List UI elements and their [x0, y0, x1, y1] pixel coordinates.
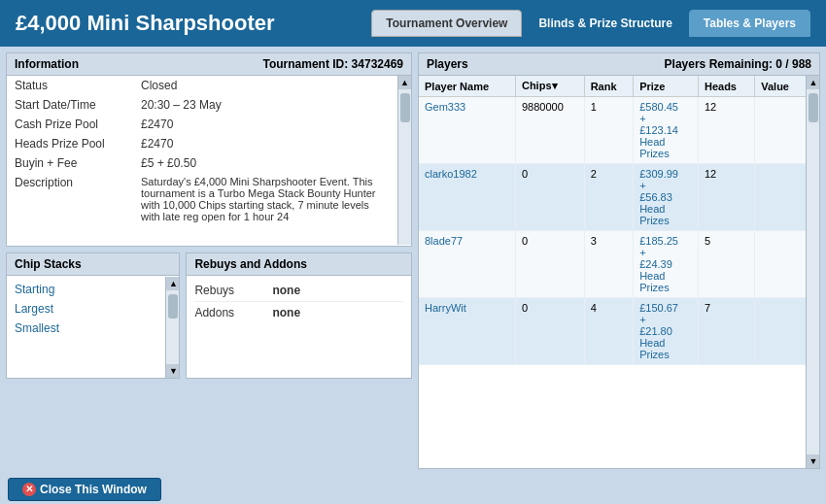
rebuys-header: Rebuys and Addons	[187, 253, 411, 276]
players-table: Player Name Chips▾ Rank Prize Heads Valu…	[419, 76, 806, 365]
info-row-heads-prize: Heads Prize Pool £2470	[7, 134, 397, 153]
player-chips-4: 0	[515, 298, 584, 365]
rebuy-label-addons: Addons	[194, 306, 272, 319]
chip-stacks-header: Chip Stacks	[7, 253, 179, 276]
players-remaining: Players Remaining: 0 / 988	[665, 57, 811, 71]
tab-tournament-overview[interactable]: Tournament Overview	[371, 10, 522, 37]
info-row-cash-prize: Cash Prize Pool £2470	[7, 115, 397, 134]
rebuy-label-rebuys: Rebuys	[194, 284, 272, 297]
player-value-3	[755, 231, 806, 298]
player-row-1: Gem333 9880000 1 £580.45+£123.14HeadPriz…	[419, 97, 806, 164]
info-value-status: Closed	[133, 76, 397, 95]
chip-item-starting: Starting	[15, 280, 171, 299]
player-prize-3: £185.25+£24.39HeadPrizes	[634, 231, 699, 298]
tournament-id: Tournament ID: 34732469	[263, 57, 404, 71]
player-prize-1: £580.45+£123.14HeadPrizes	[634, 97, 699, 164]
player-rank-1: 1	[584, 97, 634, 164]
close-label: Close This Window	[40, 483, 147, 496]
info-header-left: Information	[15, 57, 79, 71]
player-chips-1: 9880000	[515, 97, 584, 164]
info-box-header: Information Tournament ID: 34732469	[7, 53, 411, 76]
info-label-status: Status	[7, 76, 133, 95]
rebuy-row-addons: Addons none	[194, 302, 403, 323]
rebuys-content: Rebuys none Addons none	[187, 276, 411, 327]
rebuy-value-addons: none	[272, 306, 300, 319]
col-prize: Prize	[634, 76, 699, 97]
player-chips-3: 0	[515, 231, 584, 298]
players-scrollbar-thumb	[809, 93, 818, 122]
col-player-name: Player Name	[419, 76, 515, 97]
col-heads: Heads	[698, 76, 754, 97]
close-icon: ✕	[22, 483, 36, 496]
tab-tables-players[interactable]: Tables & Players	[689, 10, 810, 37]
bottom-row: Chip Stacks Starting Largest Smallest ▲ …	[6, 252, 412, 379]
chip-stacks-box: Chip Stacks Starting Largest Smallest ▲ …	[6, 252, 180, 379]
close-window-button[interactable]: ✕ Close This Window	[8, 478, 161, 501]
rebuy-value-rebuys: none	[272, 284, 300, 297]
col-value: Value	[755, 76, 806, 97]
info-label-buyin: Buyin + Fee	[7, 153, 133, 173]
info-value-desc: Saturday's £4,000 Mini Sharpshooter Even…	[133, 173, 397, 225]
info-row-buyin: Buyin + Fee £5 + £0.50	[7, 153, 397, 173]
player-row-2: clarko1982 0 2 £309.99+£56.83HeadPrizes …	[419, 164, 806, 231]
info-box: Information Tournament ID: 34732469 Stat…	[6, 52, 412, 247]
player-row-3: 8lade77 0 3 £185.25+£24.39HeadPrizes 5	[419, 231, 806, 298]
info-value-cash-prize: £2470	[133, 115, 397, 134]
info-label-cash-prize: Cash Prize Pool	[7, 115, 133, 134]
info-table: Status Closed Start Date/Time 20:30 – 23…	[7, 76, 397, 225]
right-panel: Players Players Remaining: 0 / 988 Playe…	[418, 47, 826, 475]
player-prize-4: £150.67+£21.80HeadPrizes	[634, 298, 699, 365]
scrollbar-thumb	[400, 93, 410, 122]
chip-stacks-content: Starting Largest Smallest	[7, 276, 179, 342]
chip-scrollbar-thumb	[168, 294, 178, 319]
player-name-2: clarko1982	[419, 164, 515, 231]
main-content: Information Tournament ID: 34732469 Stat…	[0, 47, 826, 475]
player-row-4: HarryWit 0 4 £150.67+£21.80HeadPrizes 7	[419, 298, 806, 365]
header-bar: £4,000 Mini Sharpshooter Tournament Over…	[0, 0, 826, 47]
chip-item-smallest: Smallest	[15, 319, 171, 338]
player-rank-2: 2	[584, 164, 634, 231]
info-row-desc: Description Saturday's £4,000 Mini Sharp…	[7, 173, 397, 225]
tab-bar: Tournament Overview Blinds & Prize Struc…	[371, 10, 810, 37]
players-header: Players Players Remaining: 0 / 988	[419, 53, 819, 76]
info-scrollbar[interactable]: ▲	[397, 76, 411, 245]
player-name-4: HarryWit	[419, 298, 515, 365]
player-rank-3: 3	[584, 231, 634, 298]
player-heads-2: 12	[698, 164, 754, 231]
players-scrollbar[interactable]: ▲ ▼	[806, 76, 819, 468]
chip-item-largest: Largest	[15, 299, 171, 319]
player-value-1	[755, 97, 806, 164]
player-chips-2: 0	[515, 164, 584, 231]
player-heads-3: 5	[698, 231, 754, 298]
info-value-heads-prize: £2470	[133, 134, 397, 153]
col-rank: Rank	[584, 76, 634, 97]
info-value-start: 20:30 – 23 May	[133, 95, 397, 115]
rebuy-row-rebuys: Rebuys none	[194, 280, 403, 302]
player-name-3: 8lade77	[419, 231, 515, 298]
page-title: £4,000 Mini Sharpshooter	[16, 11, 275, 36]
tab-blinds-prize[interactable]: Blinds & Prize Structure	[524, 10, 686, 37]
info-label-desc: Description	[7, 173, 133, 225]
chip-scrollbar[interactable]: ▲ ▼	[165, 277, 179, 378]
info-row-status: Status Closed	[7, 76, 397, 95]
players-header-left: Players	[427, 57, 468, 71]
player-prize-2: £309.99+£56.83HeadPrizes	[634, 164, 699, 231]
players-table-inner: Player Name Chips▾ Rank Prize Heads Valu…	[419, 76, 806, 468]
players-box: Players Players Remaining: 0 / 988 Playe…	[418, 52, 820, 469]
player-value-2	[755, 164, 806, 231]
rebuys-box: Rebuys and Addons Rebuys none Addons non…	[186, 252, 412, 379]
players-table-wrap: Player Name Chips▾ Rank Prize Heads Valu…	[419, 76, 819, 468]
player-heads-1: 12	[698, 97, 754, 164]
player-heads-4: 7	[698, 298, 754, 365]
info-label-heads-prize: Heads Prize Pool	[7, 134, 133, 153]
left-panel: Information Tournament ID: 34732469 Stat…	[0, 47, 418, 475]
players-table-header-row: Player Name Chips▾ Rank Prize Heads Valu…	[419, 76, 806, 97]
info-label-start: Start Date/Time	[7, 95, 133, 115]
player-rank-4: 4	[584, 298, 634, 365]
player-name-1: Gem333	[419, 97, 515, 164]
col-chips: Chips▾	[515, 76, 584, 97]
footer-bar: ✕ Close This Window	[0, 475, 826, 504]
player-value-4	[755, 298, 806, 365]
info-row-start: Start Date/Time 20:30 – 23 May	[7, 95, 397, 115]
info-value-buyin: £5 + £0.50	[133, 153, 397, 173]
